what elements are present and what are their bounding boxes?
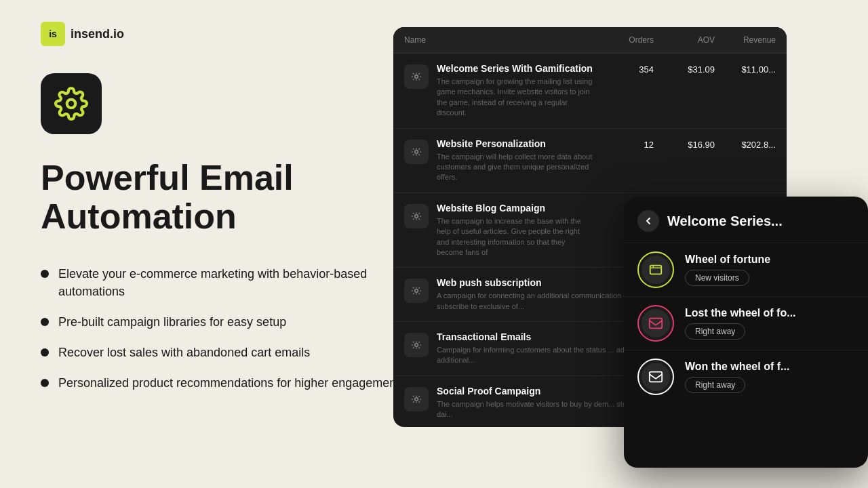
logo-area: is insend.io (41, 22, 407, 46)
row-icon-3 (404, 204, 429, 228)
row-icon-5 (404, 333, 429, 357)
feature-text-1: Elevate your e-commerce marketing with b… (58, 266, 407, 300)
detail-item-content-2: Lost the wheel of fo... Right away (685, 307, 854, 340)
svg-point-0 (415, 75, 418, 79)
detail-item-content-1: Wheel of fortune New visitors (685, 253, 854, 286)
col-orders: Orders (593, 35, 654, 45)
row-icon-1 (404, 64, 429, 89)
feature-item-4: Personalized product recommendations for… (41, 375, 407, 392)
wheel-of-fortune-title: Wheel of fortune (685, 253, 854, 266)
bullet-2 (41, 318, 49, 326)
settings-icon (410, 210, 422, 222)
back-button[interactable] (637, 210, 659, 232)
logo-text: insend.io (71, 27, 124, 41)
features-list: Elevate your e-commerce marketing with b… (41, 266, 407, 392)
table-row[interactable]: Welcome Series With Gamification The cam… (393, 54, 787, 129)
feature-text-4: Personalized product recommendations for… (58, 375, 399, 392)
table-header: Name Orders AOV Revenue (393, 27, 787, 54)
row-content-1: Welcome Series With Gamification The cam… (437, 63, 593, 119)
feature-item-2: Pre-built campaign libraries for easy se… (41, 314, 407, 331)
row-revenue-1: $11,00... (715, 63, 776, 75)
email-icon (648, 369, 663, 384)
gear-icon (54, 87, 88, 121)
new-visitors-badge: New visitors (685, 270, 749, 286)
wheel-of-fortune-icon-inner (642, 256, 670, 284)
right-away-badge-2: Right away (685, 377, 745, 393)
row-icon-4 (404, 279, 429, 303)
feature-text-3: Recover lost sales with abandoned cart e… (58, 344, 310, 361)
ticket-icon (648, 262, 663, 277)
svg-point-1 (415, 150, 418, 153)
row-revenue-2: $202.8... (715, 138, 776, 150)
lost-wheel-title: Lost the wheel of fo... (685, 307, 854, 319)
col-name: Name (404, 35, 593, 45)
right-section: Name Orders AOV Revenue Welcome Series W… (393, 0, 868, 488)
detail-panel-title: Welcome Series... (667, 214, 783, 229)
won-wheel-icon-wrap (637, 359, 674, 395)
feature-text-2: Pre-built campaign libraries for easy se… (58, 314, 286, 331)
bullet-4 (41, 379, 49, 387)
row-title-1: Welcome Series With Gamification (437, 63, 593, 74)
bullet-3 (41, 348, 49, 357)
svg-rect-11 (650, 372, 662, 382)
email-icon (648, 316, 663, 331)
svg-point-5 (415, 398, 418, 401)
svg-rect-7 (650, 266, 662, 274)
table-row[interactable]: Website Personalization The campaign wil… (393, 129, 787, 193)
row-content-3: Website Blog Campaign The campaign to in… (437, 203, 593, 258)
wheel-of-fortune-icon-wrap (637, 251, 674, 288)
settings-icon (410, 285, 422, 297)
row-aov-1: $31.09 (654, 63, 715, 75)
svg-point-2 (415, 214, 418, 218)
settings-icon (410, 393, 422, 405)
row-orders-1: 354 (593, 63, 654, 75)
row-desc-1: The campaign for growing the mailing lis… (437, 77, 593, 119)
logo-icon: is (41, 22, 65, 46)
svg-rect-10 (650, 319, 662, 329)
feature-item-1: Elevate your e-commerce marketing with b… (41, 266, 407, 300)
bullet-1 (41, 270, 49, 278)
detail-item-content-3: Won the wheel of f... Right away (685, 361, 854, 393)
detail-header: Welcome Series... (624, 197, 868, 243)
detail-item-wheel-of-fortune[interactable]: Wheel of fortune New visitors (624, 243, 868, 296)
row-content-2: Website Personalization The campaign wil… (437, 138, 593, 183)
row-icon-2 (404, 140, 429, 164)
chevron-left-icon (643, 216, 654, 226)
row-icon-6 (404, 387, 429, 411)
feature-item-3: Recover lost sales with abandoned cart e… (41, 344, 407, 361)
detail-panel: Welcome Series... Wheel of fortune New v… (624, 197, 868, 468)
settings-icon (410, 70, 422, 83)
settings-icon (410, 146, 422, 158)
svg-point-3 (415, 289, 418, 293)
won-wheel-title: Won the wheel of f... (685, 361, 854, 373)
svg-point-4 (415, 344, 418, 347)
col-aov: AOV (654, 35, 715, 45)
right-away-badge-1: Right away (685, 323, 745, 340)
won-wheel-icon-inner (642, 363, 670, 391)
col-revenue: Revenue (715, 35, 776, 45)
row-desc-3: The campaign to increase the base with t… (437, 216, 593, 258)
left-section: is insend.io Powerful Email Automation E… (0, 0, 448, 488)
row-title-3: Website Blog Campaign (437, 203, 593, 214)
lost-wheel-icon-wrap (637, 305, 674, 342)
detail-item-lost-wheel[interactable]: Lost the wheel of fo... Right away (624, 296, 868, 350)
row-desc-2: The campaign will help collect more data… (437, 152, 593, 183)
detail-item-won-wheel[interactable]: Won the wheel of f... Right away (624, 350, 868, 403)
lost-wheel-icon-inner (642, 309, 670, 338)
settings-icon (410, 339, 422, 351)
gear-app-icon (41, 73, 102, 134)
row-title-2: Website Personalization (437, 138, 593, 149)
main-title: Powerful Email Automation (41, 159, 407, 236)
row-orders-2: 12 (593, 138, 654, 150)
row-aov-2: $16.90 (654, 138, 715, 150)
